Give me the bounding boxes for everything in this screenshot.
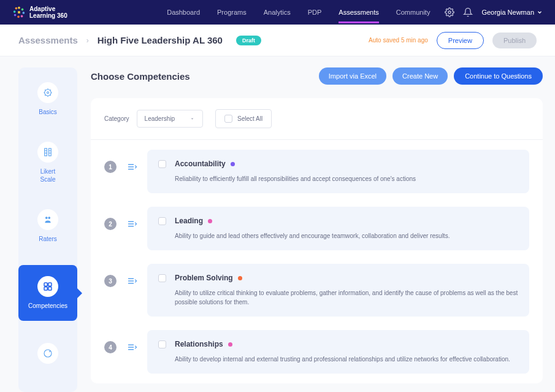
- svg-rect-18: [44, 287, 47, 290]
- breadcrumb-root[interactable]: Assessments: [18, 35, 78, 45]
- logo-text: Adaptive Learning 360: [29, 6, 67, 19]
- competency-card[interactable]: Accountability Reliability to efficientl…: [147, 150, 529, 193]
- competency-desc: Ability to utilize critical thinking to …: [175, 288, 518, 307]
- main-nav: Dashboard Programs Analytics PDP Assessm…: [167, 1, 430, 23]
- step-sidebar: Basics Likert Scale Raters Competencies: [18, 67, 77, 392]
- gear-outline-icon: [42, 87, 53, 98]
- settings-icon[interactable]: [445, 7, 454, 17]
- publish-button: Publish: [492, 33, 537, 48]
- checkbox[interactable]: [158, 217, 166, 225]
- competency-title: Accountability: [175, 159, 518, 168]
- svg-rect-16: [44, 283, 47, 286]
- svg-point-0: [18, 7, 20, 9]
- color-dot-icon: [208, 219, 212, 223]
- competency-title: Relationships: [175, 340, 518, 348]
- svg-point-14: [45, 217, 48, 219]
- svg-point-15: [48, 217, 50, 219]
- circle-icon: [42, 348, 53, 359]
- competency-desc: Ability to guide and lead others effecti…: [175, 231, 518, 240]
- row-number: 2: [104, 218, 117, 230]
- user-name-text: Georgia Newman: [481, 9, 534, 16]
- main-title: Choose Competencies: [91, 71, 190, 82]
- import-button[interactable]: Import via Excel: [319, 67, 386, 85]
- row-number: 3: [104, 275, 117, 287]
- select-all-label: Select All: [237, 115, 262, 122]
- competency-row: 4 Relationships Ability to develop inter…: [104, 330, 529, 374]
- drag-handle-icon[interactable]: [126, 277, 137, 285]
- status-badge: Draft: [236, 36, 261, 45]
- sidebar-item-label: Competencies: [28, 302, 67, 310]
- logo[interactable]: Adaptive Learning 360: [12, 6, 67, 19]
- svg-rect-19: [48, 287, 52, 290]
- competency-row: 2 Leading Ability to guide and lead othe…: [104, 207, 529, 250]
- category-label: Category: [104, 115, 129, 122]
- sidebar-item-label: Basics: [39, 108, 56, 116]
- competency-card[interactable]: Leading Ability to guide and lead others…: [147, 207, 529, 250]
- nav-analytics[interactable]: Analytics: [264, 1, 291, 23]
- svg-point-1: [21, 9, 24, 11]
- competency-card[interactable]: Relationships Ability to develop interna…: [147, 330, 529, 374]
- drag-handle-icon[interactable]: [126, 343, 137, 352]
- svg-point-5: [14, 14, 17, 17]
- checkbox-icon: [224, 115, 232, 123]
- logo-icon: [12, 6, 26, 19]
- continue-button[interactable]: Continue to Questions: [454, 67, 543, 85]
- competency-row: 3 Problem Solving Ability to utilize cri…: [104, 264, 529, 317]
- svg-point-4: [17, 16, 20, 18]
- page-title: High Five Leadership AL 360: [98, 35, 223, 45]
- autosave-text: Auto saved 5 min ago: [369, 37, 428, 44]
- competency-title: Leading: [175, 217, 518, 225]
- select-all-button[interactable]: Select All: [215, 109, 272, 128]
- category-dropdown[interactable]: Leadership: [137, 110, 203, 128]
- svg-point-3: [21, 15, 23, 18]
- svg-point-10: [45, 90, 52, 96]
- sidebar-item-label: Raters: [39, 235, 56, 243]
- scale-icon: [42, 147, 53, 158]
- caret-down-icon: [189, 116, 195, 121]
- nav-programs[interactable]: Programs: [217, 1, 247, 23]
- competency-card[interactable]: Problem Solving Ability to utilize criti…: [147, 264, 529, 317]
- drag-handle-icon[interactable]: [126, 220, 137, 228]
- svg-point-7: [15, 7, 18, 10]
- nav-assessments[interactable]: Assessments: [339, 1, 378, 23]
- svg-point-2: [23, 12, 25, 14]
- competency-desc: Reliability to efficiently fulfill all r…: [175, 174, 518, 183]
- sidebar-item-basics[interactable]: Basics: [18, 79, 77, 120]
- svg-point-6: [13, 10, 16, 13]
- checkbox[interactable]: [158, 274, 166, 282]
- bell-icon[interactable]: [463, 7, 473, 17]
- sidebar-item-competencies[interactable]: Competencies: [18, 265, 77, 321]
- competency-title: Problem Solving: [175, 274, 518, 282]
- svg-rect-8: [18, 11, 20, 13]
- raters-icon: [42, 214, 53, 225]
- svg-rect-13: [49, 148, 52, 156]
- svg-point-11: [47, 92, 49, 94]
- drag-handle-icon[interactable]: [126, 163, 137, 171]
- competency-desc: Ability to develop internal and external…: [175, 355, 518, 364]
- nav-community[interactable]: Community: [396, 1, 431, 23]
- sidebar-item-likert[interactable]: Likert Scale: [18, 138, 77, 187]
- nav-pdp[interactable]: PDP: [308, 1, 322, 23]
- svg-rect-17: [48, 283, 52, 286]
- nav-dashboard[interactable]: Dashboard: [167, 1, 200, 23]
- sidebar-item-raters[interactable]: Raters: [18, 206, 77, 247]
- user-menu[interactable]: Georgia Newman: [481, 9, 543, 16]
- color-dot-icon: [231, 162, 235, 166]
- row-number: 1: [104, 161, 117, 173]
- competency-row: 1 Accountability Reliability to efficien…: [104, 150, 529, 193]
- svg-point-9: [448, 11, 451, 13]
- checkbox[interactable]: [158, 340, 166, 348]
- color-dot-icon: [228, 342, 232, 347]
- color-dot-icon: [238, 276, 242, 280]
- chevron-right-icon: ›: [86, 36, 89, 45]
- svg-rect-12: [45, 148, 47, 156]
- row-number: 4: [104, 341, 117, 353]
- checkbox[interactable]: [158, 160, 166, 168]
- preview-button[interactable]: Preview: [437, 32, 484, 49]
- svg-point-20: [44, 350, 52, 357]
- dropdown-value: Leadership: [145, 115, 175, 122]
- sidebar-item-label: Likert Scale: [40, 167, 55, 183]
- sidebar-item-next[interactable]: [18, 339, 77, 367]
- chevron-down-icon: [537, 9, 543, 15]
- create-new-button[interactable]: Create New: [392, 67, 448, 85]
